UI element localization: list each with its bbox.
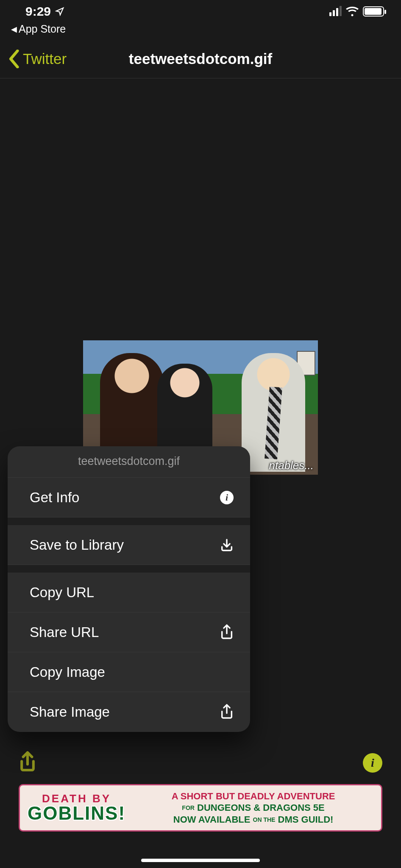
cellular-icon <box>329 7 342 16</box>
spacer-icon <box>220 665 234 679</box>
menu-item-label: Copy Image <box>30 664 105 680</box>
battery-icon <box>363 6 384 17</box>
status-right <box>329 6 384 17</box>
ad-line2: FOR DUNGEONS & DRAGONS 5E <box>133 802 373 814</box>
ad-banner[interactable]: DEATH BY GOBLINS! A SHORT BUT DEADLY ADV… <box>19 784 382 832</box>
navigation-bar: Twitter teetweetsdotcom.gif <box>0 39 401 78</box>
ad-line1: A SHORT BUT DEADLY ADVENTURE <box>133 790 373 802</box>
breadcrumb-back-to-app[interactable]: ◀ App Store <box>0 23 401 39</box>
back-app-label: App Store <box>19 23 66 35</box>
menu-item-label: Share URL <box>30 624 99 640</box>
nav-back-label: Twitter <box>23 50 67 67</box>
menu-save-to-library[interactable]: Save to Library <box>8 525 250 565</box>
nav-back-button[interactable]: Twitter <box>8 50 67 68</box>
home-indicator[interactable] <box>141 859 260 862</box>
status-bar: 9:29 <box>0 0 401 23</box>
ad-title-block: DEATH BY GOBLINS! <box>28 793 125 823</box>
status-left: 9:29 <box>25 4 64 19</box>
menu-get-info[interactable]: Get Info i <box>8 478 250 517</box>
spacer-icon <box>220 585 234 600</box>
menu-separator <box>8 565 250 573</box>
wifi-icon <box>346 6 359 17</box>
menu-copy-image[interactable]: Copy Image <box>8 652 250 692</box>
share-button[interactable] <box>19 751 36 775</box>
share-icon <box>220 705 234 719</box>
menu-item-label: Copy URL <box>30 584 94 601</box>
context-menu: teetweetsdotcom.gif Get Info i Save to L… <box>8 446 250 732</box>
menu-copy-url[interactable]: Copy URL <box>8 573 250 612</box>
download-icon <box>220 538 234 552</box>
bottom-toolbar: i <box>0 746 401 780</box>
info-button[interactable]: i <box>363 753 382 773</box>
menu-share-url[interactable]: Share URL <box>8 612 250 652</box>
share-icon <box>19 751 36 773</box>
info-icon: i <box>220 490 234 505</box>
ad-copy: A SHORT BUT DEADLY ADVENTURE FOR DUNGEON… <box>133 790 373 826</box>
share-icon <box>220 625 234 640</box>
gif-caption: ntables... <box>269 459 314 472</box>
menu-share-image[interactable]: Share Image <box>8 692 250 732</box>
status-time: 9:29 <box>25 4 51 19</box>
menu-item-label: Get Info <box>30 490 79 506</box>
back-caret-icon: ◀ <box>11 25 17 34</box>
menu-item-label: Save to Library <box>30 537 124 553</box>
menu-item-label: Share Image <box>30 704 110 720</box>
chevron-left-icon <box>8 50 20 68</box>
menu-header: teetweetsdotcom.gif <box>8 446 250 478</box>
location-icon <box>55 7 64 16</box>
menu-separator <box>8 517 250 525</box>
ad-title-line2: GOBLINS! <box>28 804 125 823</box>
ad-line3: NOW AVAILABLE ON THE DMS GUILD! <box>133 814 373 826</box>
